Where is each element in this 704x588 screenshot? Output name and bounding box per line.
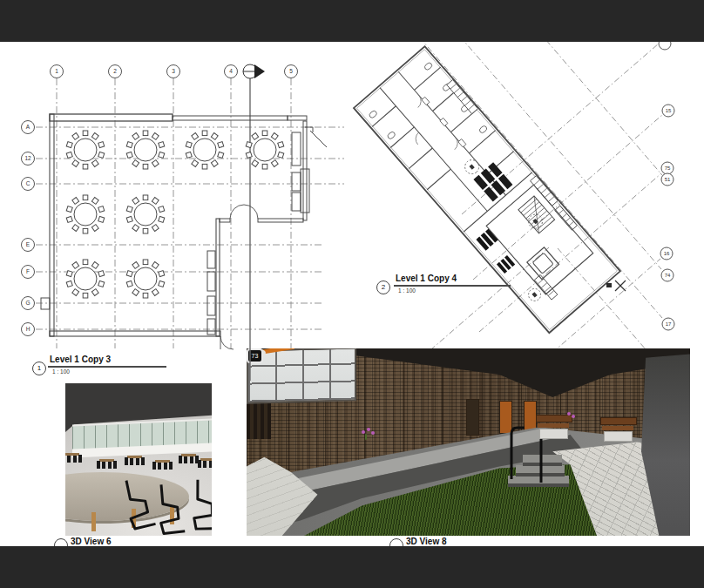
svg-text:3: 3 <box>172 68 175 74</box>
plan1-number-bubble: 1 <box>32 362 46 375</box>
svg-text:4: 4 <box>229 68 233 74</box>
svg-text:H: H <box>26 326 30 332</box>
door-dark <box>466 399 479 436</box>
plan2-title[interactable]: Level 1 Copy 4 <box>396 274 457 283</box>
svg-text:75: 75 <box>665 166 671 171</box>
svg-text:A: A <box>26 124 30 130</box>
flower <box>371 431 375 435</box>
svg-text:12: 12 <box>24 155 31 161</box>
bench-1 <box>536 415 572 438</box>
grid-bubble: A <box>22 121 35 134</box>
round-table <box>66 131 105 169</box>
grid-bubble: E <box>22 239 35 252</box>
letterbox-bottom <box>0 546 704 588</box>
table-chair-cluster <box>125 452 146 467</box>
table-leg <box>91 512 96 531</box>
grid-bubble: 75 <box>661 162 674 174</box>
table-chair-cluster <box>65 449 83 464</box>
flower <box>572 415 575 418</box>
round-table <box>126 131 165 169</box>
table-chair-cluster <box>179 450 200 465</box>
flower <box>362 430 365 434</box>
grid-bubble: 4 <box>225 65 238 78</box>
grid-bubble: 51 <box>661 173 674 186</box>
view8-title[interactable]: 3D View 8 <box>406 537 447 546</box>
round-table <box>126 260 165 298</box>
drawing-sheet-canvas: 12345A12CEFGH 157551167417 <box>0 0 704 588</box>
svg-text:51: 51 <box>665 177 671 182</box>
grid-bubble: F <box>22 266 35 279</box>
table-chair-cluster <box>198 455 212 470</box>
title-rule <box>48 366 166 368</box>
svg-text:F: F <box>26 268 30 274</box>
grid-bubble: 17 <box>662 318 674 330</box>
svg-text:16: 16 <box>664 251 670 256</box>
bench-2 <box>600 417 637 441</box>
plan1-scale: 1 : 100 <box>52 368 70 375</box>
round-table <box>186 131 224 169</box>
round-table <box>66 260 105 298</box>
letterbox-top <box>0 0 704 42</box>
render-3d-view-6[interactable] <box>65 383 212 536</box>
grid-bubble: 5 <box>285 65 298 78</box>
grid-bubble: 16 <box>660 247 673 260</box>
flower <box>567 412 571 416</box>
view6-title[interactable]: 3D View 6 <box>71 537 112 546</box>
grid-bubble: 74 <box>661 269 674 281</box>
svg-text:E: E <box>26 241 30 247</box>
svg-text:17: 17 <box>666 321 672 327</box>
grid-bubble: 12 <box>22 152 35 166</box>
round-table <box>246 131 284 169</box>
flower <box>367 428 370 431</box>
svg-text:5: 5 <box>289 68 293 74</box>
grid-bubble: 3 <box>167 65 180 78</box>
svg-text:15: 15 <box>666 108 672 113</box>
flower-stem <box>365 434 367 440</box>
table-chair-cluster <box>152 456 173 471</box>
rotated-building <box>354 46 620 333</box>
plan2-number-bubble: 2 <box>376 280 390 294</box>
plan-view-level1-copy4[interactable]: 157551167417 <box>340 42 704 348</box>
plan-view-level1-copy3[interactable]: 12345A12CEFGH <box>17 48 349 388</box>
grid-bubble: 15 <box>662 105 674 117</box>
grid-bubble: 2 <box>109 65 122 78</box>
round-table <box>66 195 105 233</box>
svg-text:G: G <box>25 300 30 306</box>
svg-text:2: 2 <box>113 68 117 74</box>
plan2-scale: 1 : 100 <box>398 287 416 294</box>
svg-text:74: 74 <box>665 273 671 278</box>
grid-bubble: C <box>22 178 35 191</box>
grid-bubble: H <box>22 323 35 336</box>
svg-text:C: C <box>26 180 30 186</box>
table-chair-cluster <box>97 456 118 470</box>
grid-bubble: G <box>22 297 35 310</box>
grid-bubble: 1 <box>51 65 64 78</box>
title-rule <box>394 285 511 287</box>
cantilever-chairs <box>118 481 212 535</box>
svg-text:1: 1 <box>55 68 58 74</box>
round-table <box>126 195 165 233</box>
plan1-title[interactable]: Level 1 Copy 3 <box>50 355 111 364</box>
